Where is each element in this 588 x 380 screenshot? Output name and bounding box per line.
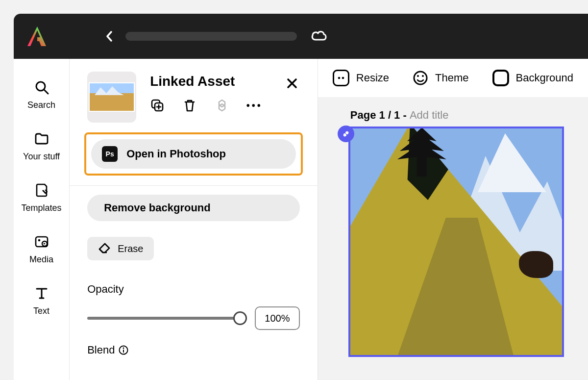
unlink-icon[interactable] (215, 98, 229, 113)
nav-text-label: Text (33, 306, 49, 316)
svg-line-1 (44, 90, 48, 94)
panel-title: Linked Asset (150, 74, 262, 89)
resize-label: Resize (356, 72, 389, 84)
nav-search[interactable]: Search (27, 79, 55, 110)
app-body: Search Your stuff Templates Media Text (14, 59, 588, 380)
blend-row: Blend (87, 344, 300, 356)
document-title-placeholder[interactable] (125, 32, 297, 41)
svg-point-12 (414, 72, 427, 84)
resize-icon (333, 70, 349, 86)
more-options-icon[interactable]: ••• (247, 98, 262, 113)
left-nav: Search Your stuff Templates Media Text (14, 59, 70, 380)
svg-point-8 (123, 348, 124, 349)
canvas-toolbar: Resize Theme Background (318, 59, 588, 97)
opacity-value-input[interactable]: 100% (255, 306, 300, 330)
svg-rect-9 (123, 350, 124, 353)
page-title-placeholder: Add title (410, 109, 449, 121)
svg-point-14 (422, 75, 424, 77)
blend-label: Blend (87, 344, 115, 356)
canvas-wrap (339, 127, 588, 357)
duplicate-icon[interactable] (150, 98, 165, 113)
background-icon (492, 70, 509, 86)
nav-your-stuff[interactable]: Your stuff (23, 131, 60, 162)
opacity-slider[interactable] (87, 317, 245, 320)
nav-templates[interactable]: Templates (22, 182, 62, 213)
nav-media-label: Media (29, 254, 53, 265)
remove-background-label: Remove background (104, 202, 211, 214)
background-label: Background (516, 72, 573, 84)
svg-point-3 (38, 239, 40, 242)
erase-button[interactable]: Erase (87, 237, 154, 260)
nav-text[interactable]: Text (33, 285, 49, 316)
svg-point-10 (338, 77, 341, 79)
remove-background-button[interactable]: Remove background (87, 195, 300, 221)
photoshop-icon: Ps (102, 146, 118, 162)
theme-icon (413, 70, 428, 86)
open-in-photoshop-highlight: Ps Open in Photoshop (84, 132, 303, 176)
canvas-selected-image[interactable] (348, 127, 564, 357)
resize-tool[interactable]: Resize (333, 70, 389, 86)
delete-icon[interactable] (182, 98, 197, 113)
app-shell: Search Your stuff Templates Media Text (14, 14, 588, 380)
cloud-sync-icon[interactable] (311, 29, 327, 44)
opacity-slider-handle[interactable] (233, 311, 247, 325)
info-icon[interactable] (119, 345, 128, 355)
nav-media[interactable]: Media (29, 234, 53, 265)
app-header (14, 14, 588, 59)
svg-point-11 (342, 77, 344, 79)
nav-search-label: Search (27, 100, 55, 110)
opacity-label: Opacity (87, 283, 300, 296)
asset-thumbnail[interactable] (87, 72, 136, 123)
canvas-area: Resize Theme Background Page 1 / 1 - Add… (318, 59, 588, 380)
nav-your-stuff-label: Your stuff (23, 152, 60, 162)
back-button[interactable] (102, 29, 117, 44)
open-in-photoshop-button[interactable]: Ps Open in Photoshop (91, 139, 296, 169)
adobe-express-logo[interactable] (25, 25, 49, 48)
eraser-icon (98, 243, 111, 254)
linked-asset-badge-icon[interactable] (338, 126, 354, 142)
properties-panel: Linked Asset ••• (70, 59, 318, 380)
page-number: Page 1 / 1 - (350, 109, 410, 121)
theme-label: Theme (435, 72, 468, 84)
background-tool[interactable]: Background (492, 70, 573, 86)
nav-templates-label: Templates (22, 203, 62, 213)
page-indicator[interactable]: Page 1 / 1 - Add title (318, 97, 588, 122)
erase-label: Erase (118, 243, 143, 254)
panel-divider (70, 185, 318, 186)
close-panel-button[interactable] (284, 76, 300, 91)
theme-tool[interactable]: Theme (413, 70, 468, 86)
open-in-photoshop-label: Open in Photoshop (126, 148, 226, 160)
panel-header: Linked Asset ••• (70, 59, 318, 132)
svg-point-13 (417, 75, 419, 77)
